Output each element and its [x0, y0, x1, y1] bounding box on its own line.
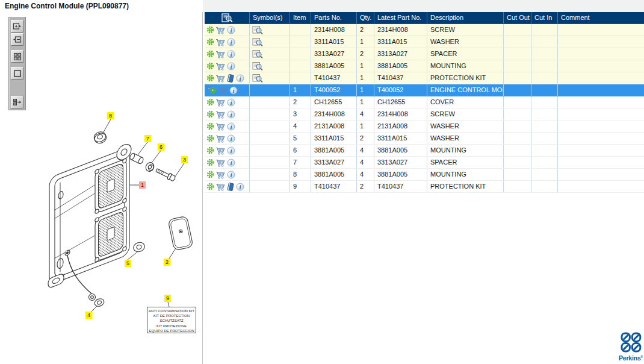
table-row[interactable]: i3881A00513881A005MOUNTING [205, 60, 644, 72]
info-icon[interactable]: i [229, 86, 238, 95]
table-row[interactable]: i3313A02723313A027SPACER [205, 48, 644, 60]
table-row[interactable]: i73313A02743313A027SPACER [205, 157, 644, 169]
gear-icon[interactable] [206, 183, 214, 190]
tile-view-icon [13, 52, 22, 61]
table-row[interactable]: i53311A01523311A015WASHER [205, 133, 644, 145]
cell-symbols [250, 181, 290, 192]
diagram-callout-6[interactable]: 6 [158, 143, 164, 151]
add-to-cart-icon[interactable] [218, 86, 228, 95]
gear-icon[interactable] [206, 26, 214, 34]
table-row[interactable]: i63881A00543881A005MOUNTING [205, 145, 644, 157]
add-to-cart-icon[interactable] [215, 38, 226, 46]
cell-latest-part-no: 3311A015 [374, 133, 427, 144]
diagram-callout-3[interactable]: 3 [181, 156, 188, 163]
row-action-icons: i [205, 133, 250, 144]
cell-item: 2 [290, 96, 311, 108]
symbol-magnifier-icon[interactable] [252, 37, 263, 46]
diagram-callout-7[interactable]: 7 [144, 135, 151, 142]
info-icon[interactable]: i [227, 38, 235, 46]
table-row-selected[interactable]: i1T4000521T400052ENGINE CONTROL MODULE [205, 84, 644, 96]
info-icon[interactable]: i [236, 74, 244, 83]
add-to-cart-icon[interactable] [215, 158, 226, 167]
diagram-callout-8[interactable]: 8 [107, 112, 114, 119]
tile-view-button[interactable] [11, 50, 23, 63]
gear-icon[interactable] [206, 74, 214, 82]
zoom-out-button[interactable] [11, 33, 23, 46]
info-icon[interactable]: i [227, 122, 235, 131]
cell-qty: 1 [357, 84, 374, 96]
diagram-callout-2[interactable]: 2 [164, 259, 170, 266]
add-to-cart-icon[interactable] [215, 183, 226, 191]
table-row[interactable]: i32314H00842314H008SCREW [205, 108, 644, 121]
panel-toggle-button[interactable] [11, 96, 23, 108]
symbol-magnifier-icon[interactable] [252, 74, 263, 83]
table-row[interactable]: i3311A01513311A015WASHER [205, 36, 644, 48]
info-icon[interactable]: i [227, 134, 235, 143]
cell-symbols [250, 133, 290, 144]
add-to-cart-icon[interactable] [215, 62, 226, 71]
book-icon[interactable] [227, 74, 235, 83]
cell-description: SPACER [427, 48, 504, 60]
add-to-cart-icon[interactable] [215, 98, 226, 107]
cell-comment [558, 24, 644, 36]
table-row[interactable]: i9T4104372T410437PROTECTION KIT [205, 181, 644, 193]
gear-icon[interactable] [206, 98, 214, 106]
full-view-button[interactable] [11, 67, 23, 80]
cell-parts-no: 3313A027 [311, 157, 357, 168]
gear-icon[interactable] [206, 110, 214, 118]
gear-icon[interactable] [206, 38, 214, 46]
symbol-magnifier-icon[interactable] [252, 49, 263, 58]
cell-comment [558, 36, 644, 48]
gear-icon[interactable] [206, 158, 214, 166]
table-row[interactable]: iT4104371T410437PROTECTION KIT [205, 72, 644, 84]
add-to-cart-icon[interactable] [215, 74, 226, 83]
table-row[interactable]: i42131A00812131A008WASHER [205, 121, 644, 133]
diagram-callout-9[interactable]: 9 [164, 295, 171, 302]
svg-text:i: i [231, 99, 232, 105]
diagram-callout-4[interactable]: 4 [85, 312, 92, 319]
gear-assembly-icon[interactable] [206, 86, 217, 94]
gear-icon[interactable] [206, 146, 214, 154]
cell-cut-out [504, 181, 531, 192]
gear-icon[interactable] [206, 50, 214, 58]
cell-item [290, 36, 311, 48]
symbol-magnifier-icon[interactable] [252, 61, 263, 71]
add-to-cart-icon[interactable] [215, 26, 226, 34]
info-icon[interactable]: i [227, 110, 235, 119]
table-row[interactable]: i83881A00543881A005MOUNTING [205, 169, 644, 181]
info-icon[interactable]: i [236, 183, 244, 191]
info-icon[interactable]: i [227, 158, 235, 167]
info-icon[interactable]: i [227, 146, 235, 155]
add-to-cart-icon[interactable] [215, 146, 226, 155]
cell-comment [558, 133, 644, 144]
add-to-cart-icon[interactable] [215, 50, 226, 58]
info-icon[interactable]: i [227, 26, 235, 34]
gear-icon[interactable] [206, 171, 214, 178]
book-icon[interactable] [227, 183, 235, 191]
add-to-cart-icon[interactable] [215, 171, 226, 179]
add-to-cart-icon[interactable] [215, 122, 226, 131]
cell-cut-in [531, 72, 558, 84]
table-row[interactable]: i2CH126551CH12655COVER [205, 96, 644, 108]
cell-qty: 4 [357, 145, 374, 156]
symbol-magnifier-icon[interactable] [252, 25, 263, 34]
info-icon[interactable]: i [227, 50, 235, 58]
cell-cut-in [531, 24, 558, 36]
zoom-in-button[interactable] [11, 20, 23, 33]
add-to-cart-icon[interactable] [215, 110, 226, 119]
cell-cut-in [531, 169, 558, 180]
diagram-callout-1[interactable]: 1 [139, 181, 146, 189]
cell-latest-part-no: 3881A005 [374, 169, 427, 180]
table-row[interactable]: i2314H00822314H008SCREW [205, 24, 644, 36]
diagram-callout-5[interactable]: 5 [125, 260, 131, 267]
gear-icon[interactable] [206, 134, 214, 142]
gear-icon[interactable] [206, 122, 214, 130]
cell-cut-out [504, 145, 531, 156]
add-to-cart-icon[interactable] [215, 134, 226, 143]
info-icon[interactable]: i [227, 171, 235, 179]
info-icon[interactable]: i [227, 62, 235, 71]
info-icon[interactable]: i [227, 98, 235, 107]
gear-icon[interactable] [206, 62, 214, 70]
row-action-icons: i [205, 72, 250, 84]
cell-parts-no: 3881A005 [311, 169, 357, 180]
